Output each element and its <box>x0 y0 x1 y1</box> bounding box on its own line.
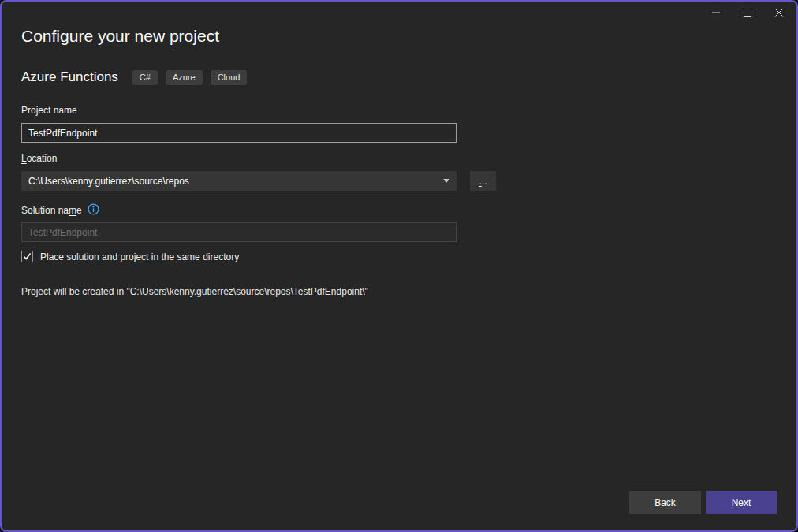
next-button[interactable]: Next <box>706 491 777 514</box>
template-row: Azure Functions C# Azure Cloud <box>21 69 255 85</box>
solution-name-label: Solution name <box>21 205 82 216</box>
titlebar-controls <box>700 2 795 25</box>
browse-location-button[interactable]: ... <box>470 171 496 191</box>
minimize-icon <box>711 8 721 20</box>
project-name-input[interactable] <box>21 123 457 143</box>
location-label: Location <box>21 153 57 164</box>
location-row: C:\Users\kenny.gutierrez\source\repos ..… <box>21 171 496 191</box>
tag-language: C# <box>132 70 158 85</box>
same-directory-label: Place solution and project in the same d… <box>40 251 239 262</box>
close-icon <box>774 8 784 20</box>
configure-project-dialog: Configure your new project Azure Functio… <box>0 0 798 532</box>
template-name: Azure Functions <box>21 69 118 85</box>
location-combobox[interactable]: C:\Users\kenny.gutierrez\source\repos <box>21 171 457 191</box>
project-name-label: Project name <box>21 105 77 116</box>
location-value: C:\Users\kenny.gutierrez\source\repos <box>28 176 443 187</box>
maximize-icon <box>743 8 752 20</box>
minimize-button[interactable] <box>700 2 732 25</box>
solution-name-label-row: Solution name <box>21 203 99 218</box>
solution-name-input <box>21 222 457 242</box>
created-in-text: Project will be created in "C:\Users\ken… <box>21 286 368 297</box>
same-directory-checkbox[interactable] <box>21 251 33 262</box>
close-button[interactable] <box>763 2 795 25</box>
back-button[interactable]: Back <box>629 491 701 514</box>
page-title: Configure your new project <box>21 27 219 46</box>
chevron-down-icon <box>443 179 449 183</box>
maximize-button[interactable] <box>732 2 763 25</box>
tag-type: Cloud <box>211 70 248 85</box>
info-icon[interactable] <box>88 203 99 218</box>
same-directory-row[interactable]: Place solution and project in the same d… <box>21 251 239 262</box>
tag-platform: Azure <box>166 70 203 85</box>
